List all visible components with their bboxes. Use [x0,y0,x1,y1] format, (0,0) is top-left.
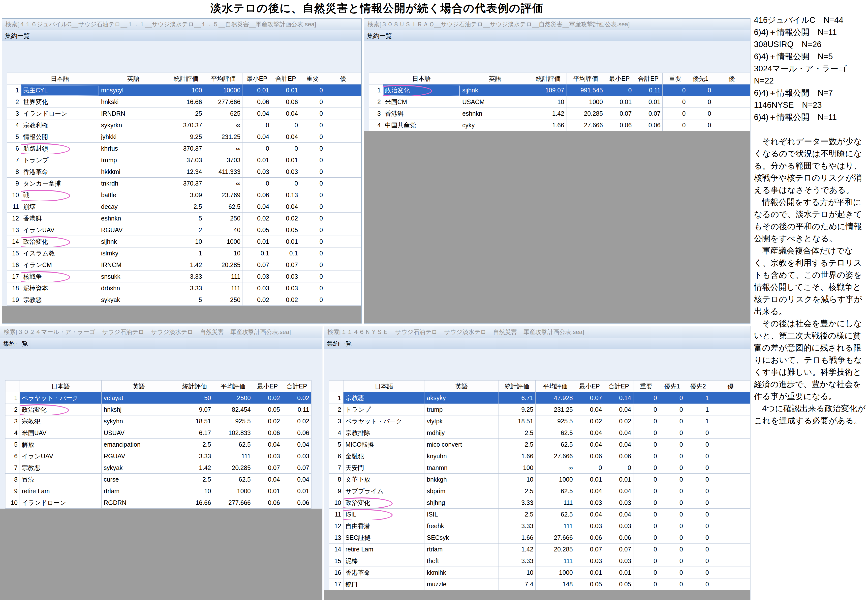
column-header[interactable]: 統計評価 [499,380,535,392]
summary-list-bar[interactable]: 集約一覧 [2,30,361,41]
table-row[interactable]: 16イランCMIRNCM1.4220.2850.070.070 [7,259,361,271]
table-row[interactable]: 18泥棒資本drbshn3.331110.030.030 [7,282,361,294]
table-row[interactable]: 5MICO転換mico convert2.562.50.040.04000 [329,439,750,450]
aggregate-table[interactable]: 日本語英語統計評価平均評価最小EP合計EP1ベラヤット・パークvelayat50… [5,380,312,509]
column-header[interactable]: 最小EP [605,73,634,85]
column-header[interactable]: 日本語 [21,73,99,85]
column-header[interactable]: 統計評価 [168,73,204,85]
table-row[interactable]: 4宗教利権sykyrkn370.37∞000 [7,120,361,131]
table-row[interactable]: 11ISILISIL2.562.50.040.04000 [329,509,750,520]
column-header[interactable]: 最小EP [253,380,282,392]
column-header[interactable]: 日本語 [20,380,102,392]
table-row[interactable]: 2世界変化hnkski16.66277.6660.060.060 [7,96,361,108]
column-header[interactable]: 統計評価 [176,380,213,392]
column-header[interactable]: 最小EP [575,380,604,392]
table-row[interactable]: 6金融犯knyuhn1.6627.6660.060.06000 [329,450,750,462]
table-row[interactable]: 2米国CMUSACM1010000.010.0100 [369,96,750,108]
table-row[interactable]: 2政治変化hnkshj9.0782.4540.050.11 [6,404,312,415]
table-row[interactable]: 16香港革命kkmihk1010000.010.01000 [329,567,750,579]
column-header[interactable]: 優先2 [685,380,711,392]
table-row[interactable]: 8香港革命hkkkmi12.34411.3330.030.030 [7,166,361,177]
window-titlebar[interactable]: 検索[１１４６ＮＹＳＥ__サウジ石油テロ__サウジ淡水テロ__自然災害__軍産攻… [324,326,750,338]
column-header[interactable]: 平均評価 [213,380,253,392]
table-row[interactable]: 17銃口muzzle7.41480.050.05000 [329,579,750,590]
table-row[interactable]: 9タンカー拿捕tnkrdh370.37∞000 [7,177,361,189]
table-row[interactable]: 15泥棒theft3.331110.030.03000 [329,555,750,567]
table-row[interactable]: 5情報公開jyhkki9.25231.250.040.040 [7,131,361,143]
column-header[interactable]: 英語 [460,73,530,85]
table-row[interactable]: 13イランUAVRGUAV2400.050.050 [7,224,361,236]
table-row[interactable]: 3宗教犯sykyhn18.51925.50.020.02 [6,415,312,427]
column-header[interactable] [369,73,383,85]
column-header[interactable]: 合計EP [271,73,300,85]
table-row[interactable]: 7トランプtrump37.0337030.010.010 [7,155,361,166]
table-row[interactable]: 9サブプライムsbprim2.562.50.040.04000 [329,485,750,497]
summary-list-bar[interactable]: 集約一覧 [364,30,750,41]
table-row[interactable]: 12自由香港freehk3.331110.030.03000 [329,520,750,532]
table-row[interactable]: 1宗教悪aksyky6.7147.9280.070.14001 [329,392,750,404]
table-row[interactable]: 7天安門tnanmn100∞00000 [329,462,750,474]
window-titlebar[interactable]: 検索[４１６ジュバイルC__サウジ石油テロ__１．１__サウジ淡水テロ__１．５… [2,18,361,30]
column-header[interactable]: 優 [711,380,750,392]
table-row[interactable]: 4宗教排除mdhijy2.562.50.040.04000 [329,427,750,439]
column-header[interactable]: 日本語 [383,73,460,85]
column-header[interactable] [7,73,21,85]
column-header[interactable]: 優先1 [659,380,685,392]
column-header[interactable]: 合計EP [604,380,633,392]
column-header[interactable]: 重要 [300,73,325,85]
table-row[interactable]: 9retire Lamrtrlam1010000.010.01 [6,485,312,497]
column-header[interactable]: 優 [325,73,361,85]
table-row[interactable]: 6航路封鎖khrfus370.37∞000 [7,143,361,155]
table-row[interactable]: 13SEC証拠SECsyk1.6627.6660.060.06000 [329,532,750,544]
aggregate-table[interactable]: 日本語英語統計評価平均評価最小EP合計EP重要優1民主CYLmnsycyl100… [7,73,361,306]
table-row[interactable]: 3香港餌eshnkn1.4220.2850.070.0700 [369,108,750,120]
column-header[interactable]: 平均評価 [535,380,575,392]
aggregate-table[interactable]: 日本語英語統計評価平均評価最小EP合計EP重要優先1優先2優1宗教悪aksyky… [329,380,750,590]
table-row[interactable]: 8冒涜curse2.562.50.040.04 [6,474,312,485]
table-row[interactable]: 4米国UAVUSUAV6.17102.8330.060.06 [6,427,312,439]
column-header[interactable]: 英語 [99,73,168,85]
table-row[interactable]: 14政治変化sijhnk1010000.010.010 [7,236,361,247]
table-row[interactable]: 7宗教悪sykyak1.4220.2850.070.07 [6,462,312,474]
column-header[interactable]: 合計EP [282,380,312,392]
row-number: 1 [6,392,20,404]
table-row[interactable]: 10政治変化shjhng3.331110.030.03000 [329,497,750,509]
table-row[interactable]: 1ベラヤット・パークvelayat5025000.020.02 [6,392,312,404]
column-header[interactable]: 日本語 [343,380,424,392]
table-row[interactable]: 1政治変化sijhnk109.07991.54500.1100 [369,85,750,96]
summary-list-bar[interactable]: 集約一覧 [0,338,322,349]
table-row[interactable]: 3イランドローンIRNDRN256250.040.040 [7,108,361,120]
table-row[interactable]: 14retire Lamrtrlam1.4220.2850.070.07000 [329,544,750,555]
table-row[interactable]: 19宗教悪sykyak52500.020.020 [7,294,361,306]
table-row[interactable]: 5解放emancipation2.562.50.040.04 [6,439,312,450]
column-header[interactable]: 優先1 [688,73,713,85]
window-titlebar[interactable]: 検索[３０８ＵＳＩＲＡＱ__サウジ石油テロ__サウジ淡水テロ__自然災害__軍産… [364,18,750,30]
table-row[interactable]: 17核戦争snsukk3.331110.030.030 [7,271,361,282]
table-row[interactable]: 2トランプtrump9.25231.250.040.04001 [329,404,750,415]
column-header[interactable]: 最小EP [243,73,271,85]
table-row[interactable]: 12香港餌eshnkn52500.020.020 [7,212,361,224]
table-row[interactable]: 4中国共産党cyky1.6627.6660.060.0600 [369,120,750,131]
column-header[interactable]: 平均評価 [204,73,243,85]
column-header[interactable]: 英語 [425,380,499,392]
table-row[interactable]: 10イランドローンRGDRN16.66277.6660.060.06 [6,497,312,509]
column-header[interactable] [6,380,20,392]
column-header[interactable]: 英語 [102,380,176,392]
table-row[interactable]: 10戦battle3.0923.7690.060.130 [7,189,361,201]
table-row[interactable]: 1民主CYLmnsycyl100100000.010.010 [7,85,361,96]
table-row[interactable]: 6イランUAVRGUAV3.331110.030.03 [6,450,312,462]
column-header[interactable]: 優 [713,73,750,85]
window-titlebar[interactable]: 検索[３０２４マール・ア・ラーゴ__サウジ石油テロ__サウジ淡水テロ__自然災害… [0,326,322,338]
column-header[interactable]: 重要 [663,73,688,85]
table-row[interactable]: 11崩壊decay2.562.50.040.040 [7,201,361,212]
column-header[interactable]: 重要 [633,380,659,392]
table-row[interactable]: 8文革下放bnkkgh1010000.010.01000 [329,474,750,485]
table-row[interactable]: 15イスラム教islmky1100.10.10 [7,247,361,259]
table-row[interactable]: 3ベラヤット・パークvlytpk18.51925.50.020.02001 [329,415,750,427]
column-header[interactable]: 統計評価 [530,73,566,85]
column-header[interactable]: 平均評価 [566,73,605,85]
summary-list-bar[interactable]: 集約一覧 [324,338,750,349]
column-header[interactable] [329,380,344,392]
column-header[interactable]: 合計EP [634,73,663,85]
aggregate-table[interactable]: 日本語英語統計評価平均評価最小EP合計EP重要優先1優1政治変化sijhnk10… [369,73,750,131]
